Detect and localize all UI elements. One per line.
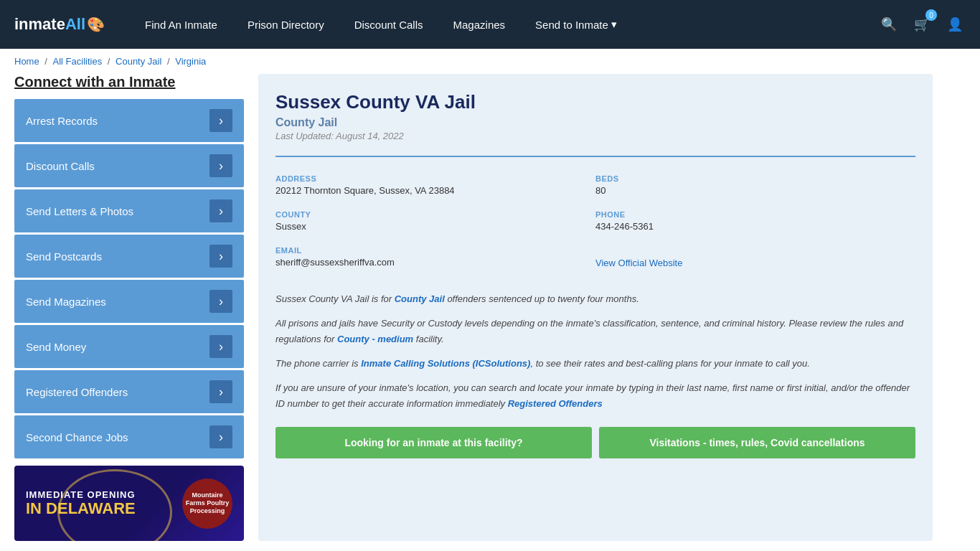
sidebar: Connect with an Inmate Arrest Records › …	[14, 74, 244, 541]
navbar: inmateAll 🎨 Find An Inmate Prison Direct…	[0, 0, 980, 49]
ad-banner[interactable]: IMMEDIATE OPENING IN DELAWARE Mountaire …	[14, 466, 244, 541]
arrow-icon: ›	[209, 154, 232, 177]
breadcrumb-all-facilities[interactable]: All Facilities	[53, 56, 103, 67]
county-jail-link[interactable]: County Jail	[395, 293, 445, 304]
beds-label: BEDS	[595, 174, 915, 183]
sidebar-item-send-magazines[interactable]: Send Magazines ›	[14, 280, 244, 323]
county-medium-link[interactable]: County - medium	[337, 334, 413, 344]
ad-immediate-text: IMMEDIATE OPENING	[26, 489, 136, 500]
sidebar-item-send-money[interactable]: Send Money ›	[14, 325, 244, 368]
email-label: EMAIL	[275, 246, 595, 255]
facility-description: Sussex County VA Jail is for County Jail…	[275, 291, 915, 413]
email-value: sheriff@sussexsheriffva.com	[275, 257, 595, 268]
arrow-icon: ›	[209, 109, 232, 132]
breadcrumb-county-jail[interactable]: County Jail	[116, 56, 161, 67]
logo[interactable]: inmateAll 🎨	[14, 15, 105, 34]
icsolutions-link[interactable]: Inmate Calling Solutions (ICSolutions)	[361, 358, 530, 369]
county-value: Sussex	[275, 221, 595, 232]
desc-para-2: All prisons and jails have Security or C…	[275, 316, 915, 347]
sidebar-item-registered-offenders[interactable]: Registered Offenders ›	[14, 370, 244, 413]
breadcrumb: Home / All Facilities / County Jail / Vi…	[0, 49, 980, 74]
nav-discount-calls[interactable]: Discount Calls	[343, 11, 435, 38]
ad-logo-circle: Mountaire Farms Poultry Processing	[182, 479, 232, 529]
info-website: View Official Website	[595, 240, 915, 277]
sidebar-item-second-chance-jobs[interactable]: Second Chance Jobs ›	[14, 415, 244, 458]
facility-subtitle: County Jail	[275, 116, 915, 129]
info-county: COUNTY Sussex	[275, 204, 595, 240]
desc-para-4: If you are unsure of your inmate's locat…	[275, 380, 915, 412]
facility-buttons: Looking for an inmate at this facility? …	[275, 427, 915, 458]
phone-label: PHONE	[595, 210, 915, 219]
arrow-icon: ›	[209, 380, 232, 403]
sidebar-item-arrest-records[interactable]: Arrest Records ›	[14, 99, 244, 142]
main-content: Connect with an Inmate Arrest Records › …	[0, 74, 947, 551]
nav-send-to-inmate[interactable]: Send to Inmate ▾	[524, 11, 628, 38]
facility-info-grid: ADDRESS 20212 Thornton Square, Sussex, V…	[275, 156, 915, 277]
nav-magazines[interactable]: Magazines	[442, 11, 517, 38]
nav-prison-directory[interactable]: Prison Directory	[236, 11, 336, 38]
info-beds: BEDS 80	[595, 169, 915, 204]
nav-links: Find An Inmate Prison Directory Discount…	[133, 11, 878, 38]
cart-button[interactable]: 🛒 0	[911, 14, 933, 35]
facility-title: Sussex County VA Jail	[275, 91, 915, 113]
breadcrumb-virginia[interactable]: Virginia	[175, 56, 206, 67]
visitations-btn[interactable]: Visitations - times, rules, Covid cancel…	[599, 427, 915, 458]
sidebar-menu: Arrest Records › Discount Calls › Send L…	[14, 99, 244, 458]
sidebar-title: Connect with an Inmate	[14, 74, 244, 90]
breadcrumb-home[interactable]: Home	[14, 56, 39, 67]
arrow-icon: ›	[209, 199, 232, 222]
info-phone: PHONE 434-246-5361	[595, 204, 915, 240]
sidebar-item-discount-calls[interactable]: Discount Calls ›	[14, 144, 244, 187]
logo-icon: 🎨	[87, 16, 105, 33]
user-button[interactable]: 👤	[944, 14, 966, 35]
facility-updated: Last Updated: August 14, 2022	[275, 131, 915, 141]
sidebar-item-send-postcards[interactable]: Send Postcards ›	[14, 235, 244, 278]
beds-value: 80	[595, 185, 915, 196]
arrow-icon: ›	[209, 245, 232, 268]
ad-logo-area: Mountaire Farms Poultry Processing	[182, 479, 232, 529]
nav-find-inmate[interactable]: Find An Inmate	[133, 11, 229, 38]
registered-offenders-link[interactable]: Registered Offenders	[508, 398, 603, 409]
search-button[interactable]: 🔍	[878, 14, 900, 35]
arrow-icon: ›	[209, 335, 232, 358]
logo-text: inmateAll	[14, 15, 85, 34]
dropdown-arrow-icon: ▾	[611, 18, 617, 31]
ad-text: IMMEDIATE OPENING IN DELAWARE	[26, 489, 136, 517]
cart-badge: 0	[925, 9, 937, 21]
ad-delaware-text: IN DELAWARE	[26, 500, 136, 517]
address-label: ADDRESS	[275, 174, 595, 183]
facility-content: Sussex County VA Jail County Jail Last U…	[258, 74, 933, 541]
desc-para-3: The phone carrier is Inmate Calling Solu…	[275, 356, 915, 372]
website-link[interactable]: View Official Website	[595, 258, 682, 268]
desc-para-1: Sussex County VA Jail is for County Jail…	[275, 291, 915, 307]
find-inmate-btn[interactable]: Looking for an inmate at this facility?	[275, 427, 592, 458]
info-email: EMAIL sheriff@sussexsheriffva.com	[275, 240, 595, 277]
info-address: ADDRESS 20212 Thornton Square, Sussex, V…	[275, 169, 595, 204]
phone-value: 434-246-5361	[595, 221, 915, 232]
sidebar-item-send-letters-photos[interactable]: Send Letters & Photos ›	[14, 189, 244, 232]
county-label: COUNTY	[275, 210, 595, 219]
nav-icon-group: 🔍 🛒 0 👤	[878, 14, 966, 35]
arrow-icon: ›	[209, 290, 232, 313]
arrow-icon: ›	[209, 425, 232, 448]
address-value: 20212 Thornton Square, Sussex, VA 23884	[275, 185, 595, 196]
